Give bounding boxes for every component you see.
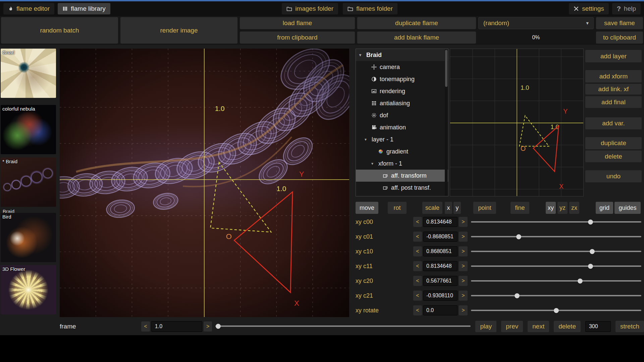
scale-x-toggle[interactable]: x (445, 202, 452, 214)
decrement-button[interactable]: < (413, 217, 422, 227)
scale-y-toggle[interactable]: y (453, 202, 461, 214)
move-mode-button[interactable]: move (356, 202, 378, 214)
rotate-mode-button[interactable]: rot (388, 202, 407, 214)
param-slider[interactable] (471, 232, 641, 242)
param-slider[interactable] (471, 246, 641, 256)
point-mode-button[interactable]: point (473, 202, 496, 214)
library-thumbnail-gnarl[interactable]: Gnarl (1, 49, 56, 98)
slider-track[interactable] (471, 251, 641, 252)
param-value-input[interactable] (423, 246, 458, 256)
flame-library-button[interactable]: flame library (58, 3, 110, 14)
from-clipboard-button[interactable]: from clipboard (240, 32, 355, 44)
play-button[interactable]: play (475, 321, 496, 332)
param-slider[interactable] (471, 217, 641, 227)
add-variation-button[interactable]: add var. (585, 117, 642, 129)
add-linked-xform-button[interactable]: add link. xf (585, 84, 642, 95)
preview-affine-triangle[interactable] (533, 126, 559, 172)
guides-toggle-button[interactable]: guides (614, 202, 641, 214)
random-batch-button[interactable]: random batch (1, 17, 118, 44)
duplicate-button[interactable]: duplicate (585, 137, 642, 149)
slider-handle[interactable] (554, 308, 559, 313)
tree-item-antialiasing[interactable]: antialiasing (356, 97, 448, 109)
library-thumbnail-flower[interactable]: 3D Flower (1, 265, 56, 314)
library-thumbnail-nebula[interactable]: colorful nebula (1, 105, 56, 154)
random-generator-dropdown[interactable]: (random) ▾ (478, 17, 594, 29)
decrement-button[interactable]: < (413, 291, 422, 301)
slider-handle[interactable] (515, 293, 520, 298)
add-layer-button[interactable]: add layer (585, 50, 642, 62)
tree-item-dof[interactable]: dof (356, 109, 448, 121)
tree-scrollbar[interactable] (445, 49, 448, 196)
decrement-button[interactable]: < (413, 276, 422, 286)
tree-item-camera[interactable]: camera (356, 61, 448, 73)
tree-item-rendering[interactable]: rendering (356, 85, 448, 97)
slider-track[interactable] (471, 295, 641, 296)
slider-track[interactable] (471, 221, 641, 223)
param-value-input[interactable] (423, 217, 458, 227)
tree-item-layer-1[interactable]: ▾ layer - 1 (356, 133, 448, 145)
increment-button[interactable]: > (459, 305, 468, 315)
increment-button[interactable]: > (459, 232, 468, 242)
expander-icon[interactable]: ▾ (371, 161, 375, 166)
tree-item-xform-1[interactable]: ▾ xform - 1 (356, 158, 448, 170)
library-thumbnail-bird[interactable]: Bird (1, 213, 56, 262)
tree-item-gradient[interactable]: gradient (356, 145, 448, 158)
help-button[interactable]: ? help (612, 3, 641, 14)
tree-item-aff-transform[interactable]: aff. transform (356, 170, 448, 182)
tree-item-aff-post-transform[interactable]: aff. post transf. (356, 182, 448, 194)
expander-icon[interactable]: ▾ (365, 137, 369, 142)
param-slider[interactable] (471, 291, 641, 301)
prev-frame-button[interactable]: prev (501, 321, 523, 332)
slider-handle[interactable] (588, 264, 593, 269)
slider-handle[interactable] (516, 234, 521, 239)
param-value-input[interactable] (423, 305, 458, 315)
increment-button[interactable]: > (459, 261, 468, 271)
slider-track[interactable] (471, 236, 641, 237)
preview-post-transform-triangle[interactable] (519, 116, 549, 146)
plane-yz-button[interactable]: yz (557, 202, 568, 214)
param-value-input[interactable] (423, 232, 458, 242)
slider-track[interactable] (471, 265, 641, 267)
images-folder-button[interactable]: images folder (282, 3, 338, 14)
delete-frame-button[interactable]: delete (554, 321, 581, 332)
to-clipboard-button[interactable]: to clipboard (596, 32, 643, 44)
fine-mode-button[interactable]: fine (511, 202, 529, 214)
slider-handle[interactable] (578, 279, 583, 284)
increment-button[interactable]: > (459, 291, 468, 301)
transform-preview-panel[interactable]: 1.0 1.0 Y X O (450, 49, 584, 196)
decrement-button[interactable]: < (413, 232, 422, 242)
flame-editor-canvas[interactable]: 1.0 1.0 Y X O (60, 49, 349, 317)
add-blank-flame-button[interactable]: add blank flame (357, 32, 476, 44)
increment-button[interactable]: > (459, 217, 468, 227)
frame-value-input[interactable] (151, 321, 202, 332)
decrement-button[interactable]: < (413, 305, 422, 315)
add-final-xform-button[interactable]: add final (585, 96, 642, 108)
render-image-button[interactable]: render image (120, 17, 237, 44)
param-slider[interactable] (471, 305, 641, 315)
expander-icon[interactable]: ▾ (359, 53, 363, 57)
tree-scrollbar-thumb[interactable] (445, 50, 447, 87)
slider-handle[interactable] (216, 324, 221, 329)
slider-track[interactable] (471, 280, 641, 282)
decrement-button[interactable]: < (413, 261, 422, 271)
decrement-button[interactable]: < (413, 246, 422, 256)
increment-button[interactable]: > (459, 246, 468, 256)
next-frame-button[interactable]: next (528, 321, 549, 332)
slider-handle[interactable] (590, 249, 595, 254)
duplicate-flame-button[interactable]: duplicate flame (357, 17, 476, 29)
grid-toggle-button[interactable]: grid (596, 202, 613, 214)
flame-editor-button[interactable]: flame editor (3, 3, 54, 14)
delete-button[interactable]: delete (585, 150, 642, 162)
frame-decrement-button[interactable]: < (141, 321, 150, 331)
param-value-input[interactable] (423, 276, 458, 286)
frame-increment-button[interactable]: > (204, 321, 212, 331)
tree-item-animation[interactable]: animation (356, 121, 448, 133)
plane-xy-button[interactable]: xy (546, 202, 556, 214)
load-flame-button[interactable]: load flame (240, 17, 355, 29)
tree-root-braid[interactable]: ▾ Braid (356, 49, 448, 61)
library-thumbnail-braid[interactable]: * Braid (1, 158, 56, 207)
save-flame-button[interactable]: save flame (596, 17, 643, 29)
plane-zx-button[interactable]: zx (569, 202, 579, 214)
settings-button[interactable]: settings (569, 3, 608, 14)
add-xform-button[interactable]: add xform (585, 70, 642, 82)
